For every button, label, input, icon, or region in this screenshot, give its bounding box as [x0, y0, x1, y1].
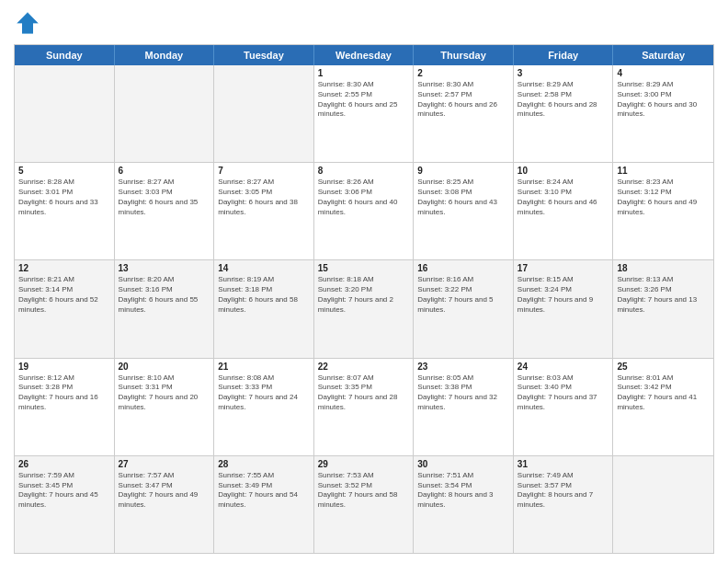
cell-info: Sunrise: 8:21 AM Sunset: 3:14 PM Dayligh… [18, 275, 110, 315]
day-number: 10 [518, 166, 609, 176]
calendar-cell: 22Sunrise: 8:07 AM Sunset: 3:35 PM Dayli… [314, 359, 415, 455]
cell-info: Sunrise: 8:01 AM Sunset: 3:42 PM Dayligh… [617, 373, 710, 413]
day-number: 6 [119, 166, 210, 176]
day-number: 2 [417, 68, 509, 78]
day-number: 13 [119, 263, 210, 273]
day-number: 18 [617, 263, 710, 273]
day-number: 31 [518, 459, 609, 469]
cell-info: Sunrise: 8:27 AM Sunset: 3:03 PM Dayligh… [119, 178, 210, 217]
cell-info: Sunrise: 8:10 AM Sunset: 3:31 PM Dayligh… [119, 373, 210, 413]
day-number: 14 [218, 263, 310, 273]
day-number: 8 [318, 166, 410, 176]
calendar-header: SundayMondayTuesdayWednesdayThursdayFrid… [15, 45, 713, 65]
calendar-cell: 15Sunrise: 8:18 AM Sunset: 3:20 PM Dayli… [314, 260, 415, 357]
day-number: 30 [417, 459, 509, 469]
calendar-week: 26Sunrise: 7:59 AM Sunset: 3:45 PM Dayli… [15, 456, 713, 553]
calendar-cell: 12Sunrise: 8:21 AM Sunset: 3:14 PM Dayli… [15, 260, 115, 357]
cell-info: Sunrise: 8:29 AM Sunset: 3:00 PM Dayligh… [617, 80, 710, 120]
calendar-cell: 13Sunrise: 8:20 AM Sunset: 3:16 PM Dayli… [115, 260, 215, 357]
day-number: 5 [18, 166, 110, 176]
cell-info: Sunrise: 8:26 AM Sunset: 3:06 PM Dayligh… [318, 178, 410, 217]
calendar-cell [613, 456, 713, 553]
cell-info: Sunrise: 8:30 AM Sunset: 2:57 PM Dayligh… [417, 80, 509, 120]
day-number: 11 [617, 166, 710, 176]
calendar-cell: 6Sunrise: 8:27 AM Sunset: 3:03 PM Daylig… [115, 163, 215, 259]
weekday-header: Sunday [15, 45, 115, 65]
logo-icon [14, 9, 41, 37]
calendar-body: 1Sunrise: 8:30 AM Sunset: 2:55 PM Daylig… [15, 65, 713, 553]
calendar-cell: 10Sunrise: 8:24 AM Sunset: 3:10 PM Dayli… [514, 163, 614, 259]
page-header [14, 9, 714, 37]
calendar-cell: 1Sunrise: 8:30 AM Sunset: 2:55 PM Daylig… [314, 65, 415, 162]
calendar-cell: 11Sunrise: 8:23 AM Sunset: 3:12 PM Dayli… [613, 163, 713, 259]
cell-info: Sunrise: 7:57 AM Sunset: 3:47 PM Dayligh… [119, 471, 210, 511]
calendar-cell: 7Sunrise: 8:27 AM Sunset: 3:05 PM Daylig… [214, 163, 314, 259]
cell-info: Sunrise: 8:19 AM Sunset: 3:18 PM Dayligh… [218, 275, 310, 315]
cell-info: Sunrise: 8:03 AM Sunset: 3:40 PM Dayligh… [518, 373, 609, 413]
cell-info: Sunrise: 8:12 AM Sunset: 3:28 PM Dayligh… [18, 373, 110, 413]
calendar-cell: 30Sunrise: 7:51 AM Sunset: 3:54 PM Dayli… [414, 456, 514, 553]
day-number: 29 [318, 459, 410, 469]
day-number: 26 [18, 459, 110, 469]
cell-info: Sunrise: 8:30 AM Sunset: 2:55 PM Dayligh… [318, 80, 410, 120]
day-number: 15 [318, 263, 410, 273]
weekday-header: Friday [514, 45, 614, 65]
logo [14, 9, 45, 37]
cell-info: Sunrise: 8:27 AM Sunset: 3:05 PM Dayligh… [218, 178, 310, 217]
cell-info: Sunrise: 7:53 AM Sunset: 3:52 PM Dayligh… [318, 471, 410, 511]
calendar-week: 5Sunrise: 8:28 AM Sunset: 3:01 PM Daylig… [15, 163, 713, 260]
cell-info: Sunrise: 8:08 AM Sunset: 3:33 PM Dayligh… [218, 373, 310, 413]
day-number: 1 [318, 68, 410, 78]
weekday-header: Thursday [414, 45, 514, 65]
day-number: 20 [119, 362, 210, 372]
calendar-cell [214, 65, 314, 162]
day-number: 27 [119, 459, 210, 469]
calendar-cell: 25Sunrise: 8:01 AM Sunset: 3:42 PM Dayli… [613, 359, 713, 455]
day-number: 16 [417, 263, 509, 273]
calendar-week: 19Sunrise: 8:12 AM Sunset: 3:28 PM Dayli… [15, 359, 713, 456]
calendar-week: 12Sunrise: 8:21 AM Sunset: 3:14 PM Dayli… [15, 260, 713, 358]
weekday-header: Tuesday [214, 45, 314, 65]
calendar-cell: 8Sunrise: 8:26 AM Sunset: 3:06 PM Daylig… [314, 163, 415, 259]
calendar-cell: 5Sunrise: 8:28 AM Sunset: 3:01 PM Daylig… [15, 163, 115, 259]
cell-info: Sunrise: 8:24 AM Sunset: 3:10 PM Dayligh… [518, 178, 609, 217]
day-number: 9 [417, 166, 509, 176]
weekday-header: Monday [115, 45, 215, 65]
cell-info: Sunrise: 8:20 AM Sunset: 3:16 PM Dayligh… [119, 275, 210, 315]
day-number: 24 [518, 362, 609, 372]
cell-info: Sunrise: 8:23 AM Sunset: 3:12 PM Dayligh… [617, 178, 710, 217]
calendar-cell: 29Sunrise: 7:53 AM Sunset: 3:52 PM Dayli… [314, 456, 415, 553]
calendar-cell: 23Sunrise: 8:05 AM Sunset: 3:38 PM Dayli… [414, 359, 514, 455]
calendar-cell: 17Sunrise: 8:15 AM Sunset: 3:24 PM Dayli… [514, 260, 614, 357]
cell-info: Sunrise: 8:18 AM Sunset: 3:20 PM Dayligh… [318, 275, 410, 315]
calendar-cell: 2Sunrise: 8:30 AM Sunset: 2:57 PM Daylig… [414, 65, 514, 162]
cell-info: Sunrise: 8:13 AM Sunset: 3:26 PM Dayligh… [617, 275, 710, 315]
calendar: SundayMondayTuesdayWednesdayThursdayFrid… [14, 44, 714, 554]
day-number: 12 [18, 263, 110, 273]
calendar-cell: 18Sunrise: 8:13 AM Sunset: 3:26 PM Dayli… [613, 260, 713, 357]
weekday-header: Saturday [613, 45, 713, 65]
cell-info: Sunrise: 8:29 AM Sunset: 2:58 PM Dayligh… [518, 80, 609, 120]
calendar-cell: 3Sunrise: 8:29 AM Sunset: 2:58 PM Daylig… [514, 65, 614, 162]
calendar-cell: 20Sunrise: 8:10 AM Sunset: 3:31 PM Dayli… [115, 359, 215, 455]
calendar-cell: 21Sunrise: 8:08 AM Sunset: 3:33 PM Dayli… [214, 359, 314, 455]
cell-info: Sunrise: 8:25 AM Sunset: 3:08 PM Dayligh… [417, 178, 509, 217]
calendar-cell: 26Sunrise: 7:59 AM Sunset: 3:45 PM Dayli… [15, 456, 115, 553]
calendar-week: 1Sunrise: 8:30 AM Sunset: 2:55 PM Daylig… [15, 65, 713, 163]
cell-info: Sunrise: 7:51 AM Sunset: 3:54 PM Dayligh… [417, 471, 509, 511]
calendar-cell: 24Sunrise: 8:03 AM Sunset: 3:40 PM Dayli… [514, 359, 614, 455]
cell-info: Sunrise: 8:05 AM Sunset: 3:38 PM Dayligh… [417, 373, 509, 413]
calendar-cell: 19Sunrise: 8:12 AM Sunset: 3:28 PM Dayli… [15, 359, 115, 455]
cell-info: Sunrise: 8:15 AM Sunset: 3:24 PM Dayligh… [518, 275, 609, 315]
calendar-cell [15, 65, 115, 162]
day-number: 21 [218, 362, 310, 372]
calendar-cell: 9Sunrise: 8:25 AM Sunset: 3:08 PM Daylig… [414, 163, 514, 259]
cell-info: Sunrise: 7:55 AM Sunset: 3:49 PM Dayligh… [218, 471, 310, 511]
day-number: 25 [617, 362, 710, 372]
cell-info: Sunrise: 8:28 AM Sunset: 3:01 PM Dayligh… [18, 178, 110, 217]
calendar-cell: 27Sunrise: 7:57 AM Sunset: 3:47 PM Dayli… [115, 456, 215, 553]
day-number: 3 [518, 68, 609, 78]
weekday-header: Wednesday [314, 45, 415, 65]
cell-info: Sunrise: 7:59 AM Sunset: 3:45 PM Dayligh… [18, 471, 110, 511]
day-number: 28 [218, 459, 310, 469]
